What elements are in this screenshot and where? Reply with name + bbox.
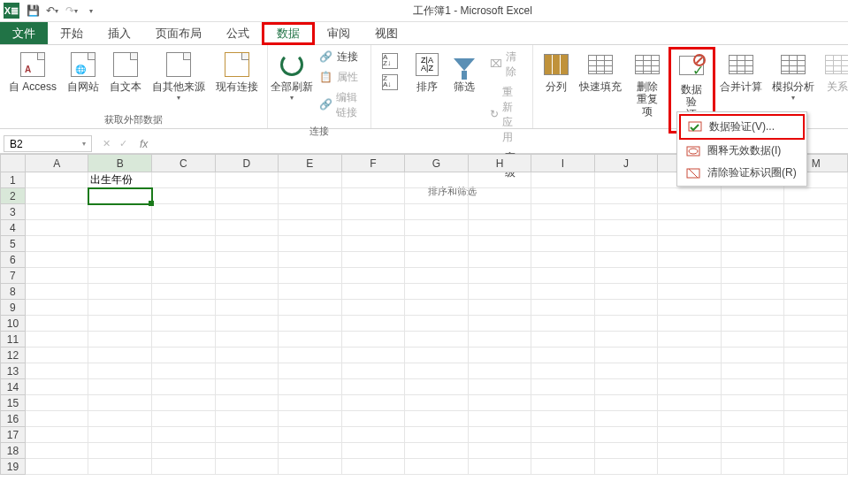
cell-I1[interactable] [531, 172, 595, 188]
cell-L18[interactable] [721, 443, 784, 459]
cell-M8[interactable] [784, 284, 848, 300]
cell-A4[interactable] [25, 220, 88, 236]
row-header-17[interactable]: 17 [1, 427, 26, 443]
cell-C9[interactable] [152, 300, 216, 316]
cell-H16[interactable] [468, 411, 531, 427]
cell-L3[interactable] [721, 204, 784, 220]
cell-C19[interactable] [152, 459, 216, 475]
cell-L16[interactable] [721, 411, 784, 427]
cell-I19[interactable] [531, 459, 595, 475]
qat-redo-button[interactable]: ↷▾ [62, 1, 81, 20]
cell-B12[interactable] [88, 347, 152, 363]
cell-L17[interactable] [721, 427, 784, 443]
cell-D4[interactable] [215, 220, 279, 236]
qat-customize-button[interactable]: ▾ [81, 1, 101, 20]
cell-G5[interactable] [405, 236, 469, 252]
cell-E1[interactable] [279, 172, 342, 188]
cell-I17[interactable] [531, 427, 595, 443]
cell-I2[interactable] [531, 188, 595, 204]
remove-duplicates-button[interactable]: 删除 重复项 [627, 47, 668, 119]
cell-F18[interactable] [341, 443, 405, 459]
column-header-F[interactable]: F [341, 155, 405, 172]
cell-A11[interactable] [25, 332, 88, 347]
cell-E15[interactable] [279, 395, 342, 411]
cell-A18[interactable] [25, 443, 88, 459]
cell-E2[interactable] [279, 188, 342, 204]
from-web-button[interactable]: 🌐 自网站 [62, 47, 104, 95]
cell-M4[interactable] [784, 220, 848, 236]
cell-E17[interactable] [279, 427, 342, 443]
cell-A13[interactable] [25, 363, 88, 379]
cell-F1[interactable] [341, 172, 405, 188]
cell-J14[interactable] [594, 379, 658, 395]
cell-C11[interactable] [152, 332, 216, 347]
cancel-formula-icon[interactable]: ✕ [103, 138, 111, 149]
cell-J1[interactable] [594, 172, 658, 188]
cell-M6[interactable] [784, 252, 848, 268]
cell-F7[interactable] [341, 268, 405, 284]
cell-K18[interactable] [658, 443, 722, 459]
cell-B19[interactable] [88, 459, 152, 475]
row-header-11[interactable]: 11 [1, 332, 26, 347]
row-header-10[interactable]: 10 [1, 316, 26, 332]
cell-J6[interactable] [594, 252, 658, 268]
cell-I12[interactable] [531, 347, 595, 363]
cell-J11[interactable] [594, 332, 658, 347]
from-text-button[interactable]: 自文本 [104, 47, 147, 95]
cell-H14[interactable] [468, 379, 531, 395]
cell-D17[interactable] [215, 427, 279, 443]
cell-B16[interactable] [88, 411, 152, 427]
row-header-9[interactable]: 9 [1, 300, 26, 316]
cell-E14[interactable] [279, 379, 342, 395]
cell-F16[interactable] [341, 411, 405, 427]
cell-C3[interactable] [152, 204, 216, 220]
tab-page-layout[interactable]: 页面布局 [143, 22, 214, 44]
cell-J17[interactable] [594, 427, 658, 443]
cell-H7[interactable] [468, 268, 531, 284]
cell-M10[interactable] [784, 316, 848, 332]
cell-C8[interactable] [152, 284, 216, 300]
cell-H9[interactable] [468, 300, 531, 316]
cell-H8[interactable] [468, 284, 531, 300]
row-header-12[interactable]: 12 [1, 347, 26, 363]
cell-A16[interactable] [25, 411, 88, 427]
cell-J2[interactable] [594, 188, 658, 204]
cell-H3[interactable] [468, 204, 531, 220]
cell-F14[interactable] [341, 379, 405, 395]
cell-E19[interactable] [279, 459, 342, 475]
cell-F3[interactable] [341, 204, 405, 220]
cell-H6[interactable] [468, 252, 531, 268]
cell-J15[interactable] [594, 395, 658, 411]
cell-B14[interactable] [88, 379, 152, 395]
cell-D2[interactable] [215, 188, 279, 204]
cell-K6[interactable] [658, 252, 722, 268]
cell-K15[interactable] [658, 395, 722, 411]
cell-I9[interactable] [531, 300, 595, 316]
cell-E11[interactable] [279, 332, 342, 347]
cell-C7[interactable] [152, 268, 216, 284]
row-header-2[interactable]: 2 [1, 188, 26, 204]
cell-A9[interactable] [25, 300, 88, 316]
cell-J4[interactable] [594, 220, 658, 236]
cell-C2[interactable] [152, 188, 216, 204]
column-header-J[interactable]: J [594, 155, 658, 172]
cell-E10[interactable] [279, 316, 342, 332]
cell-A5[interactable] [25, 236, 88, 252]
cell-L11[interactable] [721, 332, 784, 347]
column-header-H[interactable]: H [468, 155, 531, 172]
cell-K13[interactable] [658, 363, 722, 379]
cell-B18[interactable] [88, 443, 152, 459]
cell-F4[interactable] [341, 220, 405, 236]
cell-E13[interactable] [279, 363, 342, 379]
column-header-E[interactable]: E [279, 155, 342, 172]
cell-C17[interactable] [152, 427, 216, 443]
cell-D13[interactable] [215, 363, 279, 379]
cell-K7[interactable] [658, 268, 722, 284]
cell-E4[interactable] [279, 220, 342, 236]
cell-D18[interactable] [215, 443, 279, 459]
cell-A15[interactable] [25, 395, 88, 411]
cell-M18[interactable] [784, 443, 848, 459]
cell-B3[interactable] [88, 204, 152, 220]
cell-B1[interactable]: 出生年份 [88, 172, 152, 188]
qat-undo-button[interactable]: ↶▾ [42, 1, 62, 20]
